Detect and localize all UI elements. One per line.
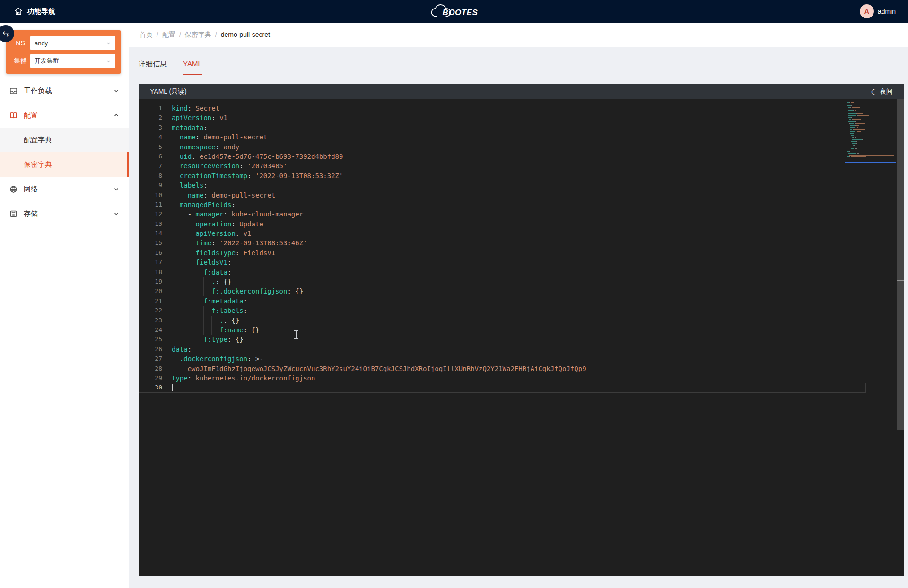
code-line: 10name: demo-pull-secret: [139, 190, 866, 200]
code-line: 15time: '2022-09-13T08:53:46Z': [139, 238, 866, 248]
minimap[interactable]: [847, 102, 895, 160]
nav-home-label: 功能导航: [27, 7, 55, 16]
home-icon: [14, 7, 23, 16]
chevron-down-icon: [114, 211, 119, 216]
network-icon: [9, 185, 18, 193]
brand-logo: BOOTES: [430, 0, 478, 23]
code-line: 27.dockerconfigjson: >-: [139, 354, 866, 363]
code-editor[interactable]: 1kind: Secret2apiVersion: v13metadata:4n…: [139, 99, 904, 576]
sidebar-menu: 工作负载 配置 配置字典 保密字典: [0, 78, 129, 226]
breadcrumb-band: 首页/配置/保密字典/demo-pull-secret: [129, 23, 908, 47]
code-line: 24f:name: {}: [139, 325, 866, 335]
namespace-cluster-panel: NS andy 集群 开发集群: [6, 30, 121, 74]
namespace-select[interactable]: andy: [30, 36, 115, 50]
tab-details[interactable]: 详细信息: [139, 60, 167, 75]
code-line: 25f:type: {}: [139, 335, 866, 344]
code-line: 21f:metadata:: [139, 296, 866, 306]
night-mode-toggle[interactable]: ☾ 夜间: [871, 87, 892, 96]
storage-icon: [9, 210, 18, 218]
code-line: 2apiVersion: v1: [139, 113, 866, 122]
detail-tabs: 详细信息 YAML: [139, 60, 904, 75]
code-line: 30: [139, 383, 866, 392]
breadcrumb: 首页/配置/保密字典/demo-pull-secret: [140, 31, 270, 39]
code-line: 9labels:: [139, 181, 866, 190]
tab-yaml[interactable]: YAML: [183, 60, 202, 75]
scrollbar-thumb[interactable]: [897, 99, 904, 430]
cluster-select-value: 开发集群: [35, 57, 106, 65]
config-icon: [9, 112, 18, 120]
sidebar-item-network[interactable]: 网络: [0, 177, 129, 201]
code-line: 20f:.dockerconfigjson: {}: [139, 286, 866, 296]
sidebar-item-storage[interactable]: 存储: [0, 201, 129, 226]
chevron-down-icon: [106, 59, 111, 64]
editor-header: YAML (只读) ☾ 夜间: [139, 84, 904, 99]
sidebar-item-configmap[interactable]: 配置字典: [0, 128, 129, 152]
code-line: 16fieldsType: FieldsV1: [139, 248, 866, 258]
top-navbar: 功能导航 BOOTES A admin: [0, 0, 908, 23]
code-line: 5namespace: andy: [139, 142, 866, 152]
sidebar-item-workload[interactable]: 工作负载: [0, 78, 129, 103]
minimap-cursor-line: [845, 162, 896, 163]
swap-arrows-icon: ⇆: [2, 29, 9, 38]
code-line: 13operation: Update: [139, 219, 866, 229]
brand-name: BOOTES: [443, 8, 478, 17]
code-line: 19.: {}: [139, 277, 866, 286]
code-content: 1kind: Secret2apiVersion: v13metadata:4n…: [139, 99, 904, 393]
night-mode-label: 夜间: [880, 87, 892, 96]
code-line: 22f:labels:: [139, 306, 866, 315]
sidebar-item-config[interactable]: 配置: [0, 103, 129, 128]
code-line: 28ewoJImF1dGhzIjogewoJCSJyZWcucnVuc3RhY2…: [139, 364, 866, 373]
code-line: 1kind: Secret: [139, 104, 866, 113]
code-line: 14apiVersion: v1: [139, 229, 866, 238]
code-line: 7resourceVersion: '20703405': [139, 161, 866, 171]
yaml-editor-panel: YAML (只读) ☾ 夜间 1kind: Secret2apiVersion:…: [139, 84, 904, 576]
user-name: admin: [878, 8, 896, 15]
nav-home[interactable]: 功能导航: [0, 7, 55, 16]
cluster-select[interactable]: 开发集群: [30, 54, 115, 68]
code-line: 18f:data:: [139, 268, 866, 277]
code-line: 6uid: ec1d457e-5d76-475c-b693-7392d4bbfd…: [139, 152, 866, 161]
code-line: 11managedFields:: [139, 200, 866, 209]
chevron-up-icon: [114, 112, 119, 118]
editor-title: YAML (只读): [150, 87, 871, 96]
namespace-select-value: andy: [35, 40, 106, 47]
chevron-down-icon: [114, 88, 119, 94]
code-line: 12- manager: kube-cloud-manager: [139, 209, 866, 219]
text-cursor-pointer: [296, 331, 297, 339]
code-line: 26data:: [139, 345, 866, 354]
sidebar-item-secret[interactable]: 保密字典: [0, 152, 129, 177]
breadcrumb-current: demo-pull-secret: [221, 31, 270, 38]
breadcrumb-config[interactable]: 配置: [162, 31, 175, 38]
user-avatar: A: [860, 4, 874, 18]
chevron-down-icon: [114, 186, 119, 192]
ns-label: NS: [10, 39, 30, 47]
code-line: 23.: {}: [139, 316, 866, 325]
editor-scrollbar[interactable]: [897, 99, 904, 576]
breadcrumb-secret[interactable]: 保密字典: [185, 31, 211, 38]
code-line: 8creationTimestamp: '2022-09-13T08:53:32…: [139, 171, 866, 181]
code-line: 3metadata:: [139, 123, 866, 132]
overview-cursor-marker: [897, 280, 904, 281]
code-line: 29type: kubernetes.io/dockerconfigjson: [139, 373, 866, 383]
breadcrumb-home[interactable]: 首页: [140, 31, 153, 38]
user-menu[interactable]: A admin: [860, 0, 896, 23]
code-line: 4name: demo-pull-secret: [139, 132, 866, 142]
sidebar: ⇆ NS andy 集群 开发集群: [0, 23, 129, 588]
workload-icon: [9, 87, 18, 95]
chevron-down-icon: [106, 41, 111, 46]
moon-icon: ☾: [871, 88, 877, 95]
cluster-label: 集群: [10, 57, 30, 65]
code-line: 17fieldsV1:: [139, 258, 866, 267]
